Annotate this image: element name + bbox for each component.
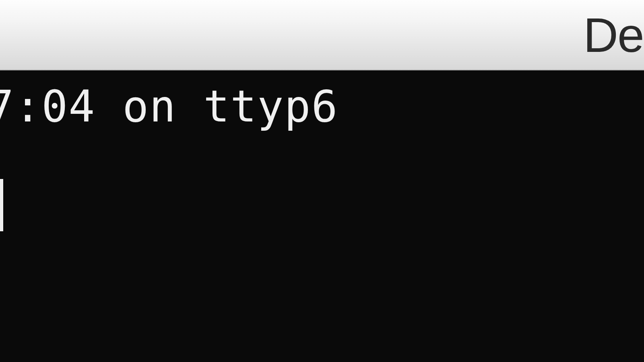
prompt-line[interactable]: mmand: — [0, 179, 644, 231]
window-title: Def — [583, 7, 644, 63]
text-cursor — [0, 179, 3, 231]
last-login-line: 20 22:57:04 on ttyp6 — [0, 74, 644, 132]
terminal-viewport[interactable]: 20 22:57:04 on ttyp6 mmand: — [0, 70, 644, 362]
window-titlebar[interactable]: Def — [0, 0, 644, 70]
